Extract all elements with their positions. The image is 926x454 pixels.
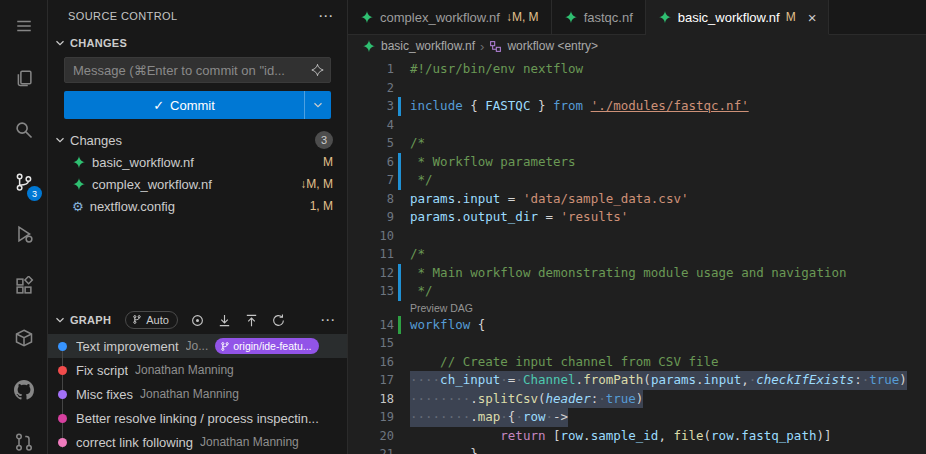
nextflow-file-icon (360, 10, 374, 24)
chevron-down-icon (52, 132, 68, 148)
commit-dot-icon (58, 390, 67, 399)
code-text: /* (410, 245, 425, 264)
commit-graph-list: Text improvementJo...origin/ide-featu...… (48, 332, 347, 454)
menu-icon[interactable] (0, 0, 47, 52)
sidebar-titlebar: SOURCE CONTROL ⋯ (48, 0, 347, 32)
tab-bar: complex_workflow.nf↓M, Mfastqc.nfbasic_w… (348, 0, 926, 35)
target-icon[interactable] (190, 313, 205, 328)
code-text: */ (410, 282, 433, 301)
code-line-14[interactable]: 14workflow { (348, 316, 926, 335)
code-text: return [row.sample_id, file(row.fastq_pa… (410, 427, 832, 446)
pull-request-icon[interactable] (0, 416, 47, 454)
code-line-21[interactable]: 21 } (348, 445, 926, 454)
line-number: 14 (348, 316, 394, 335)
commit-dot-icon (58, 366, 67, 375)
code-line-11[interactable]: 11/* (348, 245, 926, 264)
commit-message-input[interactable] (64, 57, 331, 83)
code-line-16[interactable]: 16 // Create input channel from CSV file (348, 353, 926, 372)
code-editor[interactable]: 1#!/usr/bin/env nextflow23include { FAST… (348, 57, 926, 454)
code-line-5[interactable]: 5/* (348, 134, 926, 153)
modified-gutter-indicator (398, 97, 401, 116)
commit-button-main[interactable]: ✓ Commit (64, 91, 304, 119)
modified-gutter-indicator (398, 153, 401, 172)
codelens-preview-dag[interactable]: Preview DAG (348, 301, 926, 316)
line-number: 1 (348, 60, 394, 79)
commit-dot-icon (58, 342, 67, 351)
push-icon[interactable] (244, 313, 259, 328)
search-icon[interactable] (0, 104, 47, 156)
explorer-icon[interactable] (0, 52, 47, 104)
auto-branch-button[interactable]: Auto (125, 311, 178, 329)
changes-tree-root[interactable]: Changes 3 (48, 129, 347, 151)
branch-ref-badge[interactable]: origin/ide-featu... (215, 338, 318, 354)
code-text: params.input = 'data/sample_data.csv' (410, 190, 688, 209)
commit-row[interactable]: Fix scriptJonathan Manning (48, 358, 347, 382)
code-text: * Main workflow demonstrating module usa… (410, 264, 847, 283)
graph-more-button[interactable]: ⋯ (320, 311, 335, 329)
github-icon[interactable] (0, 364, 47, 416)
source-control-sidebar: SOURCE CONTROL ⋯ CHANGES ✓ Commit Change… (48, 0, 348, 454)
changes-tree-label: Changes (70, 133, 122, 148)
code-line-10[interactable]: 10 (348, 227, 926, 246)
commit-row[interactable]: Misc fixesJonathan Manning (48, 382, 347, 406)
tab-basic_workflow.nf[interactable]: basic_workflow.nfM× (646, 0, 830, 35)
tab-fastqc.nf[interactable]: fastqc.nf (552, 0, 646, 35)
commit-message: Better resolve linking / process inspect… (76, 411, 319, 426)
gear-icon: ⚙ (72, 200, 84, 213)
branch-ref-label: origin/ide-featu... (233, 340, 311, 352)
code-line-20[interactable]: 20 return [row.sample_id, file(row.fastq… (348, 427, 926, 446)
code-text: workflow { (410, 316, 485, 335)
sparkle-icon[interactable] (311, 64, 324, 77)
graph-section-header[interactable]: GRAPH Auto ⋯ (48, 308, 347, 332)
code-line-7[interactable]: 7 */ (348, 171, 926, 190)
refresh-icon[interactable] (271, 313, 286, 328)
changes-section-header[interactable]: CHANGES (48, 32, 347, 54)
commit-dropdown-button[interactable] (305, 91, 331, 119)
code-line-15[interactable]: 15 (348, 334, 926, 353)
commit-message: Fix script (76, 363, 128, 378)
line-number: 13 (348, 282, 394, 301)
tab-complex_workflow.nf[interactable]: complex_workflow.nf↓M, M (348, 0, 552, 35)
package-icon[interactable] (0, 312, 47, 364)
changed-file-complex_workflow.nf[interactable]: complex_workflow.nf↓M, M (48, 173, 347, 195)
code-text: ········.splitCsv(header:·true) (410, 390, 643, 409)
code-line-19[interactable]: 19········.map·{·row·-> (348, 408, 926, 427)
breadcrumb-symbol[interactable]: workflow <entry> (507, 39, 598, 53)
code-line-9[interactable]: 9params.output_dir = 'results' (348, 208, 926, 227)
changed-file-basic_workflow.nf[interactable]: basic_workflow.nfM (48, 151, 347, 173)
sidebar-more-button[interactable]: ⋯ (318, 7, 333, 25)
code-line-3[interactable]: 3include { FASTQC } from './modules/fast… (348, 97, 926, 116)
line-number: 16 (348, 353, 394, 372)
file-name: nextflow.config (90, 199, 175, 214)
code-line-17[interactable]: 17····ch_input·=·Channel.fromPath(params… (348, 371, 926, 390)
run-debug-icon[interactable] (0, 208, 47, 260)
code-line-13[interactable]: 13 */ (348, 282, 926, 301)
code-text: #!/usr/bin/env nextflow (410, 60, 583, 79)
code-line-12[interactable]: 12 * Main workflow demonstrating module … (348, 264, 926, 283)
code-line-6[interactable]: 6 * Workflow parameters (348, 153, 926, 172)
code-line-18[interactable]: 18········.splitCsv(header:·true) (348, 390, 926, 409)
fetch-icon[interactable] (217, 313, 232, 328)
nextflow-file-icon (564, 10, 578, 24)
code-line-4[interactable]: 4 (348, 116, 926, 135)
code-line-2[interactable]: 2 (348, 79, 926, 98)
changed-file-nextflow.config[interactable]: ⚙nextflow.config1, M (48, 195, 347, 217)
nextflow-file-icon (72, 177, 86, 191)
code-line-1[interactable]: 1#!/usr/bin/env nextflow (348, 60, 926, 79)
commit-row[interactable]: Better resolve linking / process inspect… (48, 406, 347, 430)
git-status-decoration: ↓M, M (300, 177, 333, 191)
git-status-decoration: M (323, 155, 333, 169)
commit-row[interactable]: correct link followingJonathan Manning (48, 430, 347, 454)
commit-button[interactable]: ✓ Commit (64, 91, 331, 119)
close-icon[interactable]: × (808, 10, 817, 25)
nextflow-file-icon (658, 10, 672, 24)
commit-row[interactable]: Text improvementJo...origin/ide-featu... (48, 334, 347, 358)
code-text: } (410, 445, 478, 454)
tab-label: complex_workflow.nf (380, 10, 500, 25)
commit-author: Jo... (186, 339, 209, 353)
extensions-icon[interactable] (0, 260, 47, 312)
source-control-icon[interactable]: 3 (0, 156, 47, 208)
breadcrumb-file[interactable]: basic_workflow.nf (381, 39, 475, 53)
code-line-8[interactable]: 8params.input = 'data/sample_data.csv' (348, 190, 926, 209)
modified-gutter-indicator (398, 171, 401, 190)
